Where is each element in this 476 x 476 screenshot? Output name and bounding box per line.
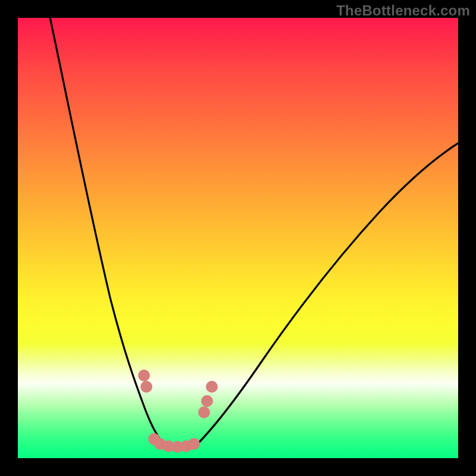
chart-frame: TheBottleneck.com (0, 0, 476, 476)
svg-point-10 (206, 381, 218, 393)
curve-layer (18, 18, 458, 458)
svg-point-0 (138, 369, 150, 381)
plot-area (18, 18, 458, 458)
bottleneck-curve-right (196, 142, 458, 445)
marker-dots (138, 369, 218, 453)
watermark-text: TheBottleneck.com (336, 2, 470, 19)
svg-point-9 (201, 395, 213, 407)
svg-point-7 (188, 438, 200, 450)
svg-point-8 (198, 406, 210, 418)
svg-point-1 (140, 381, 152, 393)
